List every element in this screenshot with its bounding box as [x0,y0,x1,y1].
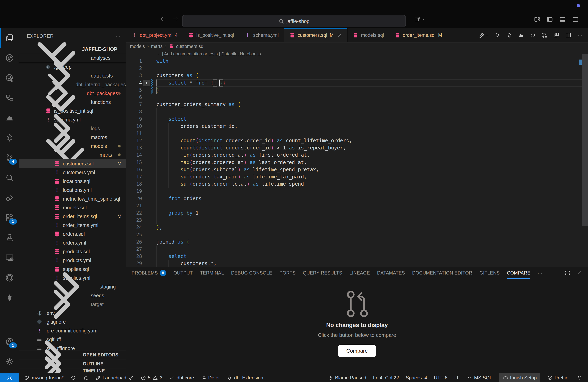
code-line-23[interactable]: 23 [126,217,588,224]
tree-item-locations-yml[interactable]: !locations.yml [19,186,126,194]
activity-item-remote-explorer[interactable] [0,248,19,268]
close-panel-icon[interactable] [576,270,582,276]
code-line-27[interactable]: 27 [126,246,588,253]
codelens-actions[interactable]: ··· | Add documentation or tests | Datap… [126,50,588,57]
panel-tab-documentation-editor[interactable]: DOCUMENTATION EDITOR [412,267,472,279]
sync-status[interactable] [70,373,76,382]
tree-item-customers-sql[interactable]: customers.sqlM [19,159,126,168]
code-line-28[interactable]: 28 select [126,253,588,260]
dbt-actions-button-icon[interactable] [506,32,512,38]
tree-item-customers-yml[interactable]: !customers.yml [19,168,126,177]
tree-item-orders-sql[interactable]: orders.sql [19,229,126,238]
activity-item-extensions[interactable]: 1 [0,208,19,228]
tree-item-order-items-sql[interactable]: order_items.sqlM [19,212,126,221]
code-line-7[interactable]: 7customer_orders_summary as ( [126,101,588,108]
activity-item-source-control-graph-alt[interactable] [0,68,19,88]
breadcrumb-item[interactable]: marts [151,44,163,49]
code-line-4[interactable]: 4+ select * from {{ }} [126,79,588,87]
maximize-panel-icon[interactable] [564,270,570,276]
code-line-15[interactable]: 15 max(orders.ordered_at) as last_ordere… [126,159,588,166]
activity-item-search[interactable] [0,168,19,188]
code-line-6[interactable]: 6 [126,94,588,101]
query-results-button-icon[interactable] [553,32,560,38]
back-arrow-icon[interactable] [160,16,167,22]
panel-tab-terminal[interactable]: TERMINAL [200,267,224,279]
code-line-17[interactable]: 17 sum(orders.tax_paid) as lifetime_tax_… [126,173,588,180]
activity-item-github[interactable] [0,268,19,288]
panel-tab-datamates[interactable]: DATAMATES [377,267,405,279]
tab-customers-sql[interactable]: customers.sqlM [284,28,348,42]
activity-item-dbt[interactable] [0,288,19,308]
activity-item-altimate-ai[interactable] [0,108,19,128]
tree-item-locations-sql[interactable]: locations.sql [19,177,126,186]
dbt-extension-status[interactable]: dbt Extension [227,373,263,382]
code-line-24[interactable]: 24), [126,224,588,231]
activity-item-accounts[interactable]: 1 [0,332,19,352]
code-line-11[interactable]: 11 [126,130,588,137]
code-line-12[interactable]: 12 count(distinct orders.order_id) as co… [126,137,588,144]
branch-status[interactable]: mwong-fusion* [24,373,63,382]
scrollbar-thumb[interactable] [582,54,588,226]
tree-item-models-sql[interactable]: models.sql [19,203,126,212]
code-line-21[interactable]: 21 [126,202,588,209]
dbt-core-status[interactable]: dbt core [169,373,194,382]
code-line-29[interactable]: 29 customers.*, [126,260,588,267]
code-line-1[interactable]: 1with [126,57,588,65]
panel-tab-compare[interactable]: COMPARE [507,267,530,279]
notifications[interactable] [577,373,582,382]
breadcrumb-item[interactable]: models [130,44,145,49]
git-compare-button-icon[interactable] [541,32,548,38]
activity-item-dbt-power-user[interactable] [0,128,19,148]
close-icon[interactable] [337,33,342,38]
code-line-2[interactable]: 2 [126,65,588,72]
code-line-16[interactable]: 16 sum(orders.subtotal) as lifetime_spen… [126,166,588,173]
code-line-10[interactable]: 10 orders.customer_id, [126,123,588,130]
command-center-search[interactable]: jaffle-shop [182,15,406,27]
breadcrumb-item[interactable]: customers.sql [176,44,204,49]
activity-item-source-control[interactable]: 4 [0,148,19,168]
code-line-8[interactable]: 8 [126,108,588,115]
add-block-button[interactable]: + [143,80,150,86]
activity-item-settings[interactable] [0,352,19,372]
tree-item-order-items-yml[interactable]: !order_items.yml [19,221,126,229]
tree-item-target[interactable]: target [19,300,126,309]
customize-layout-icon[interactable] [534,16,540,23]
breadcrumb[interactable]: models›marts›customers.sql [126,42,588,50]
editor-scrollbar[interactable] [579,50,588,267]
altimate-button-icon[interactable] [518,32,524,38]
encoding[interactable]: UTF-8 [434,373,448,382]
tab-models-sql[interactable]: models.sql [348,28,389,42]
code-line-18[interactable]: 18 sum(orders.order_total) as lifetime_s… [126,180,588,188]
tab-is-positive-int-sql[interactable]: is_positive_int.sql [183,28,239,42]
panel-tab-ports[interactable]: PORTS [279,267,295,279]
toggle-panel-icon[interactable] [559,16,566,23]
panel-tab-lineage[interactable]: LINEAGE [349,267,370,279]
code-line-25[interactable]: 25 [126,231,588,238]
prettier-status[interactable]: Prettier [547,373,570,382]
activity-item-flow-view[interactable] [0,88,19,108]
cursor-position[interactable]: Ln 4, Col 22 [373,373,399,382]
run-query-button-icon[interactable] [494,32,501,38]
code-line-13[interactable]: 13 count(distinct orders.order_id) > 1 a… [126,144,588,152]
panel-tab-output[interactable]: OUTPUT [173,267,193,279]
activity-item-run-and-debug[interactable] [0,188,19,208]
launchpad[interactable]: Launchpad [95,373,134,382]
code-editor[interactable]: ··· | Add documentation or tests | Datap… [126,50,588,267]
dbt-build-button[interactable] [478,32,489,38]
blame-status[interactable]: Blame Paused [328,373,366,382]
section-timeline[interactable]: TIMELINE [19,368,126,373]
problems-status[interactable]: 53 [141,373,163,382]
code-line-19[interactable]: 19 [126,188,588,195]
code-line-26[interactable]: 26joined as ( [126,238,588,246]
defer-status[interactable]: Defer [201,373,220,382]
panel-tab-problems[interactable]: PROBLEMS8 [132,267,166,279]
compiled-code-button-icon[interactable] [530,32,536,38]
toggle-sidebar-icon[interactable] [546,16,553,23]
forward-arrow-icon[interactable] [172,16,179,22]
graph-status[interactable] [83,373,88,382]
code-line-5[interactable]: 5) [126,87,588,94]
tree-item-orders-yml[interactable]: !orders.yml [19,238,126,247]
tab-dbt-project-yml[interactable]: !dbt_project.yml4 [126,28,183,42]
indentation[interactable]: Spaces: 4 [406,373,427,382]
explorer-more-actions-icon[interactable] [115,33,121,39]
